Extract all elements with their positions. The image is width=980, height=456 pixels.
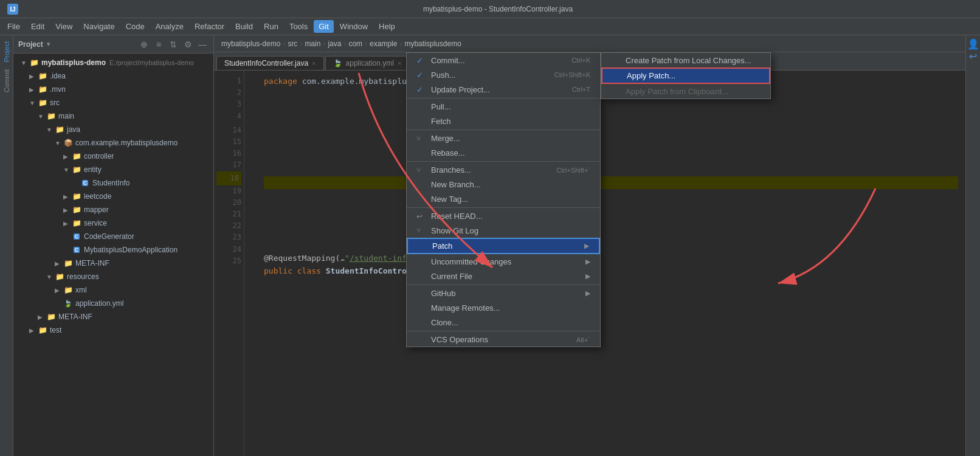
breadcrumb-example[interactable]: example	[370, 40, 397, 48]
tab-controller-close[interactable]: ×	[312, 60, 316, 67]
git-manageremotes[interactable]: ✓ Manage Remotes...	[407, 300, 600, 315]
git-commit[interactable]: ✓ Commit... Ctrl+K	[407, 53, 600, 67]
git-currentfile[interactable]: ✓ Current File ▶	[407, 269, 600, 283]
nt-empty: ✓	[416, 195, 426, 204]
vcs-empty: ✓	[416, 335, 426, 344]
menu-window[interactable]: Window	[335, 20, 373, 33]
tree-item-java[interactable]: ▼ 📁 java	[13, 123, 213, 136]
menu-run[interactable]: Run	[259, 20, 283, 33]
git-newtag[interactable]: ✓ New Tag...	[407, 192, 600, 206]
tree-item-service[interactable]: ▶ 📁 service	[13, 216, 213, 230]
tree-item-controller[interactable]: ▶ 📁 controller	[13, 150, 213, 163]
tree-item-metainf[interactable]: ▶ 📁 META-INF	[13, 257, 213, 270]
menu-help[interactable]: Help	[374, 20, 400, 33]
tab-studentinfocontroller[interactable]: StudentInfoController.java ×	[216, 56, 324, 70]
applypatch-label: Apply Patch...	[627, 71, 675, 80]
src-folder-icon: 📁	[38, 98, 47, 108]
git-showlog[interactable]: ⑂ Show Git Log	[407, 223, 600, 238]
git-clone[interactable]: ✓ Clone...	[407, 315, 600, 330]
yml-arrow: ▶	[55, 300, 63, 307]
breadcrumb-java[interactable]: java	[328, 40, 341, 48]
showlog-label: Show Git Log	[431, 226, 478, 235]
leetcode-label: leetcode	[84, 192, 111, 201]
resources-label: resources	[67, 272, 99, 281]
menu-analyze[interactable]: Analyze	[151, 20, 188, 33]
git-merge[interactable]: ⑂ Merge...	[407, 130, 600, 145]
menu-file[interactable]: File	[2, 20, 25, 33]
tree-item-app[interactable]: ▶ C MybatisplusDemoApplication	[13, 243, 213, 257]
tree-item-metainf2[interactable]: ▶ 📁 META-INF	[13, 310, 213, 323]
git-uncommitted[interactable]: ✓ Uncommitted Changes ▶	[407, 254, 600, 269]
git-push[interactable]: ✓ Push... Ctrl+Shift+K	[407, 67, 600, 82]
menu-git[interactable]: Git	[314, 20, 334, 33]
menu-edit[interactable]: Edit	[26, 20, 49, 33]
git-pull[interactable]: ✓ Pull...	[407, 98, 600, 114]
git-github[interactable]: ✓ GitHub ▶	[407, 285, 600, 300]
expand-btn[interactable]: ⇅	[167, 38, 179, 50]
merge-label: Merge...	[431, 134, 460, 143]
tree-item-idea[interactable]: ▶ 📁 .idea	[13, 69, 213, 83]
code-line-20	[264, 202, 958, 215]
tree-item-xml[interactable]: ▶ 📁 xml	[13, 283, 213, 297]
git-fetch[interactable]: ✓ Fetch	[407, 114, 600, 128]
leetcode-folder-icon: 📁	[72, 192, 81, 201]
git-newbranch[interactable]: ✓ New Branch...	[407, 177, 600, 192]
vtab-project[interactable]: Project	[1, 38, 12, 66]
git-patch[interactable]: ✓ Patch ▶	[407, 238, 600, 254]
menu-tools[interactable]: Tools	[285, 20, 312, 33]
breadcrumb-root[interactable]: mybatisplus-demo	[221, 40, 280, 48]
right-btn-1[interactable]: 👤	[967, 38, 979, 50]
tree-root[interactable]: ▼ 📁 mybatisplus-demo E:/project/mybatisp…	[13, 56, 213, 69]
tab-controller-label: StudentInfoController.java	[224, 59, 308, 67]
git-update[interactable]: ✓ Update Project... Ctrl+T	[407, 82, 600, 97]
tree-item-main[interactable]: ▼ 📁 main	[13, 109, 213, 123]
git-branches[interactable]: ⑂ Branches... Ctrl+Shift+`	[407, 161, 600, 177]
collapse-btn[interactable]: ≡	[153, 38, 165, 50]
tab-yml-close[interactable]: ×	[398, 60, 401, 67]
menu-navigate[interactable]: Navigate	[78, 20, 119, 33]
tree-item-src[interactable]: ▼ 📁 src	[13, 96, 213, 109]
tree-item-test[interactable]: ▶ 📁 test	[13, 323, 213, 337]
menu-code[interactable]: Code	[121, 20, 150, 33]
app-label: MybatisplusDemoApplication	[84, 246, 178, 254]
menu-view[interactable]: View	[50, 20, 77, 33]
code-content[interactable]: package com.example.mybatisplusdemo.cont…	[257, 71, 965, 456]
tree-item-codegen[interactable]: ▶ C CodeGenerator	[13, 230, 213, 243]
cf-empty: ✓	[416, 272, 426, 281]
breadcrumb-com[interactable]: com	[348, 40, 362, 48]
update-check-icon: ✓	[416, 85, 426, 94]
create-patch[interactable]: ✓ Create Patch from Local Changes...	[601, 53, 770, 67]
breadcrumb-main[interactable]: main	[305, 40, 320, 48]
dropdown-icon[interactable]: ▼	[46, 41, 52, 47]
breadcrumb-pkg[interactable]: mybatisplusdemo	[404, 40, 461, 48]
tree-item-leetcode[interactable]: ▶ 📁 leetcode	[13, 190, 213, 203]
menu-build[interactable]: Build	[230, 20, 258, 33]
tree-item-package[interactable]: ▼ 📦 com.example.mybatisplusdemo	[13, 136, 213, 150]
breadcrumb-src[interactable]: src	[288, 40, 297, 48]
vtab-commit[interactable]: Commit	[1, 66, 12, 96]
update-shortcut: Ctrl+T	[572, 86, 590, 93]
hide-btn[interactable]: —	[196, 38, 209, 50]
window-title: mybatisplus-demo - StudentInfoController…	[23, 5, 973, 13]
apply-patch-clipboard: ✓ Apply Patch from Clipboard...	[601, 84, 770, 98]
code-line-15	[264, 139, 958, 151]
settings-btn[interactable]: ⚙	[182, 38, 194, 50]
code-line-21	[264, 215, 958, 227]
git-resethead[interactable]: ↩ Reset HEAD...	[407, 207, 600, 223]
uc-empty: ✓	[416, 257, 426, 266]
menu-refactor[interactable]: Refactor	[190, 20, 229, 33]
tree-item-resources[interactable]: ▼ 📁 resources	[13, 270, 213, 283]
test-folder-icon: 📁	[38, 325, 47, 335]
right-btn-2[interactable]: ↩	[967, 50, 979, 62]
fetch-empty: ✓	[416, 117, 426, 126]
tree-item-mapper[interactable]: ▶ 📁 mapper	[13, 203, 213, 216]
git-rebase[interactable]: ✓ Rebase...	[407, 145, 600, 160]
tree-item-appyml[interactable]: ▶ 🍃 application.yml	[13, 297, 213, 310]
tab-applicationyml[interactable]: 🍃 application.yml ×	[325, 56, 410, 70]
tree-item-studentinfo[interactable]: ▶ C StudentInfo	[13, 176, 213, 190]
git-vcsops[interactable]: ✓ VCS Operations Alt+`	[407, 331, 600, 347]
tree-item-mvn[interactable]: ▶ 📁 .mvn	[13, 83, 213, 96]
tree-item-entity[interactable]: ▼ 📁 entity	[13, 163, 213, 176]
apply-patch[interactable]: ✓ Apply Patch...	[601, 67, 770, 84]
locate-btn[interactable]: ⊕	[138, 38, 150, 50]
